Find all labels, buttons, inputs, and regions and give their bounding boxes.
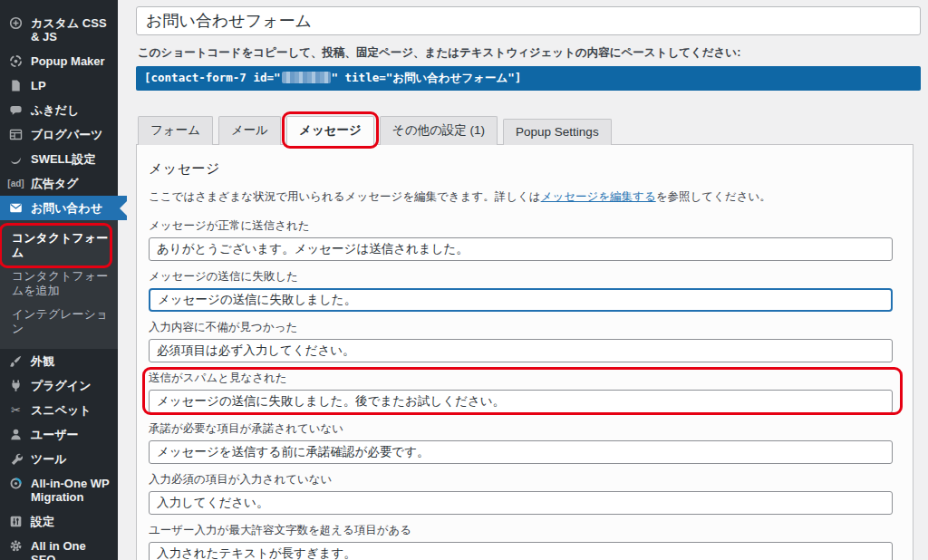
sidebar-item-label: ブログパーツ — [31, 128, 103, 141]
sidebar-item-label: SWELL設定 — [31, 152, 96, 166]
message-field-input[interactable] — [149, 390, 893, 413]
mail-icon — [8, 201, 24, 215]
sidebar-item-label: ツール — [31, 452, 67, 466]
tab-label: フォーム — [150, 123, 200, 137]
sidebar-item-ai1wm[interactable]: All-in-One WP Migration — [0, 471, 118, 509]
sidebar-item-ad-tag[interactable]: [ad]広告タグ — [0, 171, 118, 196]
message-field-label: メッセージの送信に失敗した — [149, 269, 902, 285]
sidebar-item-settings[interactable]: 設定 — [0, 509, 118, 534]
message-field-1: メッセージの送信に失敗した — [149, 269, 902, 312]
sidebar-item-label: プラグイン — [31, 379, 92, 392]
panel-heading: メッセージ — [149, 160, 902, 178]
speech-bubble-icon — [8, 103, 24, 117]
admin-sidebar: カスタム CSS & JSPopup MakerLPふきだしブログパーツSWEL… — [0, 0, 118, 560]
sidebar-item-custom-css-js[interactable]: カスタム CSS & JS — [0, 11, 118, 49]
sidebar-item-label: ユーザー — [31, 428, 79, 441]
submenu-item-label: コンタクトフォーム — [12, 231, 108, 259]
scissors-icon: ✂ — [8, 403, 24, 417]
submenu-item-contact-form[interactable]: コンタクトフォーム — [0, 227, 118, 265]
sidebar-item-label: All-in-One WP Migration — [31, 477, 111, 504]
swoosh-icon — [8, 152, 24, 166]
panel-description-text: ここではさまざまな状況で用いられるメッセージを編集できます。詳しくは — [149, 190, 541, 203]
shortcode-hint: このショートコードをコピーして、投稿、固定ページ、またはテキストウィジェットの内… — [138, 45, 921, 61]
shortcode-bar[interactable]: [contact-form-7 id="" title="お問い合わせフォーム"… — [136, 66, 921, 91]
sidebar-item-label: お問い合わせ — [31, 201, 102, 215]
sidebar-item-label: 広告タグ — [31, 177, 79, 190]
message-field-label: 送信がスパムと見なされた — [149, 371, 902, 386]
message-field-0: メッセージが正常に送信された — [149, 218, 902, 261]
message-field-3: 送信がスパムと見なされた — [149, 371, 902, 413]
message-field-label: ユーザー入力が最大許容文字数を超える項目がある — [149, 523, 902, 538]
tab-messages[interactable]: メッセージ — [286, 116, 374, 146]
sidebar-item-appearance[interactable]: 外観 — [0, 349, 118, 373]
person-icon — [8, 428, 24, 441]
sidebar-item-contact[interactable]: お問い合わせ — [0, 196, 127, 220]
tab-label: その他の設定 (1) — [392, 123, 485, 137]
submenu-item-label: インテグレーション — [12, 307, 108, 335]
edit-messages-link[interactable]: メッセージを編集する — [541, 190, 656, 203]
message-field-4: 承諾が必要な項目が承諾されていない — [149, 421, 902, 464]
sidebar-item-fukidashi[interactable]: ふきだし — [0, 98, 118, 122]
messages-panel: メッセージ ここではさまざまな状況で用いられるメッセージを編集できます。詳しくは… — [136, 144, 914, 560]
redacted-form-id — [282, 72, 331, 83]
sidebar-item-snippets[interactable]: ✂スニペット — [0, 398, 118, 422]
message-field-input[interactable] — [149, 542, 893, 560]
sidebar-item-label: 設定 — [31, 515, 54, 528]
grid-icon — [8, 128, 24, 141]
plug-icon — [8, 379, 24, 392]
shortcode-text-after: " title="お問い合わせフォーム"] — [332, 71, 522, 84]
panel-description-tail: を参照してください。 — [656, 190, 771, 203]
page-icon — [8, 79, 24, 92]
message-field-input[interactable] — [149, 491, 893, 515]
message-field-label: 入力内容に不備が見つかった — [149, 320, 902, 335]
ad-tag-icon: [ad] — [8, 177, 24, 190]
main-content: このショートコードをコピーして、投稿、固定ページ、またはテキストウィジェットの内… — [118, 0, 928, 560]
plus-circle-icon — [8, 16, 24, 30]
sidebar-item-label: All in One SEO — [31, 539, 111, 560]
message-field-input[interactable] — [149, 288, 893, 312]
message-field-label: 入力必須の項目が入力されていない — [149, 472, 902, 488]
brush-icon — [8, 354, 24, 368]
message-field-label: メッセージが正常に送信された — [149, 218, 902, 234]
sidebar-item-swell-settings[interactable]: SWELL設定 — [0, 147, 118, 171]
sidebar-item-label: カスタム CSS & JS — [31, 16, 111, 43]
tab-additional-settings[interactable]: その他の設定 (1) — [380, 116, 498, 145]
message-field-input[interactable] — [149, 237, 893, 261]
message-fields: メッセージが正常に送信されたメッセージの送信に失敗した入力内容に不備が見つかった… — [149, 218, 902, 560]
message-field-label: 承諾が必要な項目が承諾されていない — [149, 421, 902, 437]
message-field-6: ユーザー入力が最大許容文字数を超える項目がある — [149, 523, 902, 560]
tab-label: Popup Settings — [516, 125, 599, 139]
sidebar-item-plugins[interactable]: プラグイン — [0, 373, 118, 398]
sidebar-item-tools[interactable]: ツール — [0, 447, 118, 471]
sidebar-item-aioseo[interactable]: All in One SEO — [0, 534, 118, 560]
sidebar-item-label: 外観 — [31, 354, 54, 368]
shortcode-text-before: [contact-form-7 id=" — [144, 71, 281, 84]
message-field-input[interactable] — [149, 440, 893, 464]
message-field-5: 入力必須の項目が入力されていない — [149, 472, 902, 515]
sidebar-item-popup-maker[interactable]: Popup Maker — [0, 49, 118, 73]
tab-label: メール — [231, 123, 268, 137]
popup-maker-icon — [8, 54, 24, 68]
sidebar-item-label: ふきだし — [31, 103, 79, 117]
form-title-input[interactable] — [136, 6, 921, 35]
sidebar-item-label: Popup Maker — [31, 54, 105, 68]
sidebar-item-users[interactable]: ユーザー — [0, 422, 118, 447]
message-field-input[interactable] — [149, 339, 893, 362]
sliders-box-icon — [8, 515, 24, 528]
settings-tabs: フォームメールメッセージその他の設定 (1)Popup Settings — [136, 116, 921, 145]
tab-form[interactable]: フォーム — [138, 116, 213, 145]
panel-description: ここではさまざまな状況で用いられるメッセージを編集できます。詳しくはメッセージを… — [149, 189, 902, 205]
sidebar-item-label: スニペット — [31, 403, 92, 417]
sidebar-item-lp[interactable]: LP — [0, 73, 118, 98]
sidebar-item-blog-parts[interactable]: ブログパーツ — [0, 122, 118, 147]
submenu-item-add-contact-form[interactable]: コンタクトフォームを追加 — [0, 265, 118, 303]
wrench-icon — [8, 452, 24, 466]
tab-popup-settings[interactable]: Popup Settings — [503, 119, 612, 145]
submenu-item-integration[interactable]: インテグレーション — [0, 303, 118, 341]
contact-submenu: コンタクトフォームコンタクトフォームを追加インテグレーション — [0, 220, 118, 349]
migration-icon — [8, 477, 24, 490]
tab-mail[interactable]: メール — [218, 116, 281, 145]
tab-label: メッセージ — [299, 123, 362, 137]
sidebar-item-label: LP — [31, 79, 46, 92]
submenu-item-label: コンタクトフォームを追加 — [12, 269, 108, 297]
